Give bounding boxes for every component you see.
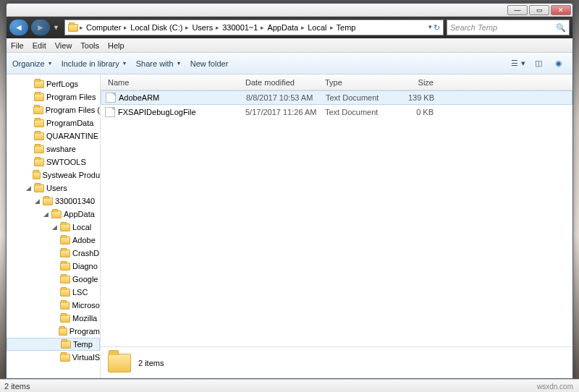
menu-tools[interactable]: Tools — [80, 41, 99, 50]
tree-label: 330001340 — [55, 197, 95, 205]
tree-item[interactable]: ◢AppData — [7, 208, 100, 221]
chevron-right-icon: ▸ — [330, 24, 334, 31]
tree-label: Microso — [72, 301, 100, 310]
col-type[interactable]: Type — [325, 78, 397, 87]
file-date: 5/17/2017 11:26 AM — [245, 108, 325, 116]
toolbar: Organize Include in library Share with N… — [7, 53, 572, 74]
breadcrumb-item[interactable]: Temp — [335, 23, 358, 32]
col-size[interactable]: Size — [397, 78, 441, 87]
file-row[interactable]: FXSAPIDebugLogFile5/17/2017 11:26 AMText… — [101, 105, 572, 119]
file-icon — [106, 93, 116, 103]
tree-item[interactable]: QUARANTINE — [7, 129, 100, 142]
body-panes: PerfLogsProgram FilesProgram Files (Prog… — [7, 74, 572, 378]
share-with-button[interactable]: Share with — [136, 59, 180, 68]
folder-icon — [34, 132, 44, 140]
tree-label: Google — [72, 275, 98, 284]
col-date[interactable]: Date modified — [245, 78, 325, 87]
col-name[interactable]: Name — [101, 78, 245, 87]
include-library-button[interactable]: Include in library — [62, 59, 126, 68]
tree-item[interactable]: Google — [7, 273, 100, 286]
folder-icon — [59, 328, 67, 336]
tree-label: ProgramData — [46, 119, 93, 127]
help-button[interactable]: ◉ — [551, 57, 567, 70]
menu-view[interactable]: View — [55, 41, 72, 50]
organize-button[interactable]: Organize — [12, 59, 51, 68]
chevron-right-icon: ▸ — [216, 24, 219, 31]
tree-item[interactable]: ◢Users — [7, 182, 100, 195]
content-pane: Name Date modified Type Size AdobeARM8/8… — [101, 74, 572, 378]
minimize-button[interactable]: — — [507, 5, 528, 15]
folder-icon — [60, 302, 70, 310]
folder-tree[interactable]: PerfLogsProgram FilesProgram Files (Prog… — [7, 74, 101, 378]
view-options-button[interactable]: ☰ ▾ — [510, 57, 526, 70]
file-row[interactable]: AdobeARM8/8/2017 10:53 AMText Document13… — [101, 90, 572, 105]
tree-item[interactable]: Systweak Produ — [7, 169, 100, 182]
breadcrumb-item[interactable]: Computer — [85, 23, 122, 32]
file-date: 8/8/2017 10:53 AM — [246, 93, 326, 102]
tree-item[interactable]: VirtualS — [7, 351, 100, 364]
file-type: Text Document — [326, 93, 398, 102]
breadcrumb-item[interactable]: Local — [306, 23, 328, 32]
folder-icon — [68, 24, 78, 32]
tree-item[interactable]: ProgramData — [7, 116, 100, 129]
tree-item[interactable]: swshare — [7, 142, 100, 155]
twisty-icon: ◢ — [43, 210, 49, 218]
forward-button[interactable]: ► — [31, 20, 50, 35]
nav-bar: ◄ ► ▼ ▸ Computer▸ Local Disk (C:)▸ Users… — [7, 17, 572, 38]
tree-item[interactable]: ◢330001340 — [7, 195, 100, 208]
tree-item[interactable]: Mozilla — [7, 312, 100, 325]
twisty-icon: ◢ — [34, 197, 41, 205]
new-folder-button[interactable]: New folder — [190, 59, 229, 68]
details-count: 2 items — [138, 359, 164, 367]
file-size: 0 KB — [397, 108, 441, 116]
window-titlebar: — ▭ ✕ — [7, 4, 572, 17]
tree-label: swshare — [46, 145, 76, 153]
folder-icon — [108, 354, 131, 372]
menu-edit[interactable]: Edit — [33, 41, 46, 50]
breadcrumb-item[interactable]: Users — [190, 23, 214, 32]
breadcrumb-item[interactable]: 330001~1 — [221, 23, 259, 32]
menu-help[interactable]: Help — [108, 41, 124, 50]
tree-item[interactable]: PerfLogs — [7, 77, 100, 90]
address-dropdown[interactable]: ▾ — [428, 23, 432, 33]
folder-icon — [33, 171, 41, 179]
folder-icon — [34, 184, 44, 192]
search-placeholder: Search Temp — [450, 23, 497, 32]
close-button[interactable]: ✕ — [551, 5, 571, 15]
file-type: Text Document — [325, 108, 397, 116]
folder-icon — [60, 315, 70, 323]
tree-item[interactable]: Program Files ( — [7, 103, 100, 116]
folder-icon — [43, 197, 53, 205]
file-list[interactable]: AdobeARM8/8/2017 10:53 AMText Document13… — [101, 90, 572, 346]
tree-item[interactable]: ◢Local — [7, 221, 100, 234]
breadcrumb-item[interactable]: Local Disk (C:) — [129, 23, 184, 32]
folder-icon — [34, 119, 44, 127]
tree-item[interactable]: LSC — [7, 286, 100, 299]
address-bar[interactable]: ▸ Computer▸ Local Disk (C:)▸ Users▸ 3300… — [64, 20, 444, 35]
tree-item[interactable]: Temp — [7, 338, 100, 351]
tree-item[interactable]: SWTOOLS — [7, 155, 100, 169]
tree-item[interactable]: Microso — [7, 299, 100, 312]
tree-label: QUARANTINE — [46, 132, 98, 140]
tree-item[interactable]: Diagno — [7, 260, 100, 273]
status-left: 2 items — [4, 382, 30, 391]
tree-item[interactable]: CrashD — [7, 247, 100, 260]
tree-item[interactable]: Adobe — [7, 234, 100, 247]
tree-item[interactable]: Program — [7, 325, 100, 338]
preview-pane-button[interactable]: ◫ — [531, 57, 546, 70]
tree-item[interactable]: Program Files — [7, 90, 100, 103]
maximize-button[interactable]: ▭ — [529, 5, 549, 15]
tree-label: Temp — [73, 340, 93, 349]
nav-history-dropdown[interactable]: ▼ — [53, 24, 62, 31]
tree-label: Mozilla — [72, 314, 97, 323]
chevron-right-icon: ▸ — [185, 24, 189, 31]
folder-icon — [51, 210, 62, 218]
back-button[interactable]: ◄ — [9, 20, 28, 35]
breadcrumb-item[interactable]: AppData — [266, 23, 300, 32]
menu-file[interactable]: File — [11, 41, 24, 50]
tree-label: LSC — [72, 288, 88, 297]
twisty-icon: ◢ — [51, 223, 58, 231]
search-input[interactable]: Search Temp 🔍 — [447, 20, 570, 35]
refresh-button[interactable]: ↻ — [434, 23, 440, 33]
folder-icon — [60, 289, 70, 297]
